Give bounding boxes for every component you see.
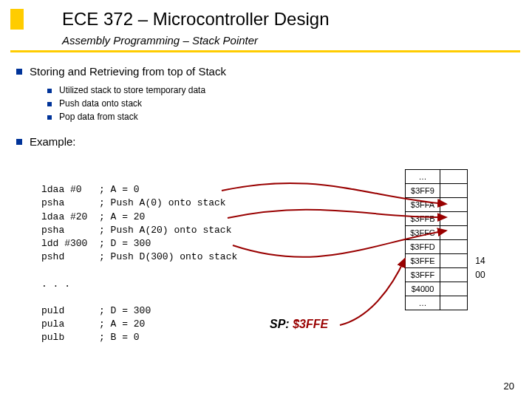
table-row: $3FFF00 (405, 268, 490, 282)
code-line: . . . (41, 279, 70, 290)
table-row: $4000 (405, 282, 490, 296)
table-row: … (405, 170, 490, 184)
val-cell (440, 169, 468, 184)
addr-cell: $3FFF (405, 267, 440, 282)
page-title: ECE 372 – Microcontroller Design (62, 9, 330, 30)
addr-cell: $3FFE (405, 253, 440, 268)
table-row: $3FFD (405, 240, 490, 254)
bullet-text: Example: (30, 135, 76, 148)
val-cell (440, 296, 468, 310)
table-row: $3FFE14 (405, 254, 490, 268)
content-area: Storing and Retrieving from top of Stack… (10, 65, 522, 151)
square-bullet-icon (47, 89, 52, 93)
addr-cell: $3FF9 (405, 183, 440, 198)
val-cell (440, 197, 468, 212)
side-val: 14 (471, 254, 490, 267)
val-cell (440, 282, 468, 296)
square-bullet-icon (16, 69, 22, 75)
bullet-sub: Utilized stack to store temporary data (47, 85, 522, 95)
sp-text: SP: (270, 318, 290, 330)
square-bullet-icon (47, 115, 52, 120)
val-cell (440, 211, 468, 226)
val-cell (440, 183, 468, 198)
code-line: pulb ; B = 0 (41, 332, 140, 343)
accent-bar (10, 9, 24, 30)
page-subtitle: Assembly Programming – Stack Pointer (62, 34, 258, 47)
code-line: pshd ; Push D(300) onto stack (41, 251, 237, 262)
bullet-example: Example: (16, 135, 522, 148)
sp-label: SP: $3FFE (270, 318, 328, 331)
code-line: ldaa #0 ; A = 0 (41, 184, 140, 195)
val-cell (440, 253, 468, 268)
square-bullet-icon (47, 102, 52, 106)
addr-cell: $4000 (405, 282, 440, 296)
addr-cell: $3FFB (405, 211, 440, 226)
val-cell (440, 267, 468, 282)
addr-cell: $3FFC (405, 225, 440, 240)
code-line: ldaa #20 ; A = 20 (41, 211, 145, 222)
code-block: ldaa #0 ; A = 0 psha ; Push A(0) onto st… (41, 170, 237, 344)
addr-cell: … (405, 296, 440, 310)
bullet-sub: Pop data from stack (47, 112, 522, 122)
table-row: $3FFA (405, 198, 490, 212)
square-bullet-icon (16, 139, 22, 145)
code-line: pula ; A = 20 (41, 318, 145, 330)
code-line: ldd #300 ; D = 300 (41, 238, 151, 249)
bullet-main: Storing and Retrieving from top of Stack (16, 65, 522, 78)
addr-cell: … (405, 169, 440, 184)
bullet-sub: Push data onto stack (47, 98, 522, 109)
val-cell (440, 239, 468, 254)
val-cell (440, 225, 468, 240)
sp-value: $3FFE (293, 318, 328, 330)
page-number: 20 (504, 381, 514, 392)
bullet-text: Storing and Retrieving from top of Stack (30, 65, 226, 78)
table-row: … (405, 296, 490, 310)
addr-cell: $3FFD (405, 239, 440, 254)
table-row: $3FF9 (405, 184, 490, 198)
bullet-text: Pop data from stack (59, 112, 138, 122)
table-row: $3FFC (405, 226, 490, 240)
table-row: $3FFB (405, 212, 490, 226)
bullet-text: Utilized stack to store temporary data (59, 85, 205, 95)
bullet-text: Push data onto stack (59, 98, 142, 109)
code-line: puld ; D = 300 (41, 305, 151, 316)
accent-line (10, 50, 520, 52)
side-val: 00 (471, 268, 490, 282)
code-line: psha ; Push A(20) onto stack (41, 225, 231, 236)
arrow-icon (340, 259, 405, 325)
code-line: psha ; Push A(0) onto stack (41, 197, 226, 208)
addr-cell: $3FFA (405, 197, 440, 212)
stack-table: … $3FF9 $3FFA $3FFB $3FFC $3FFD $3FFE14 … (405, 170, 490, 310)
